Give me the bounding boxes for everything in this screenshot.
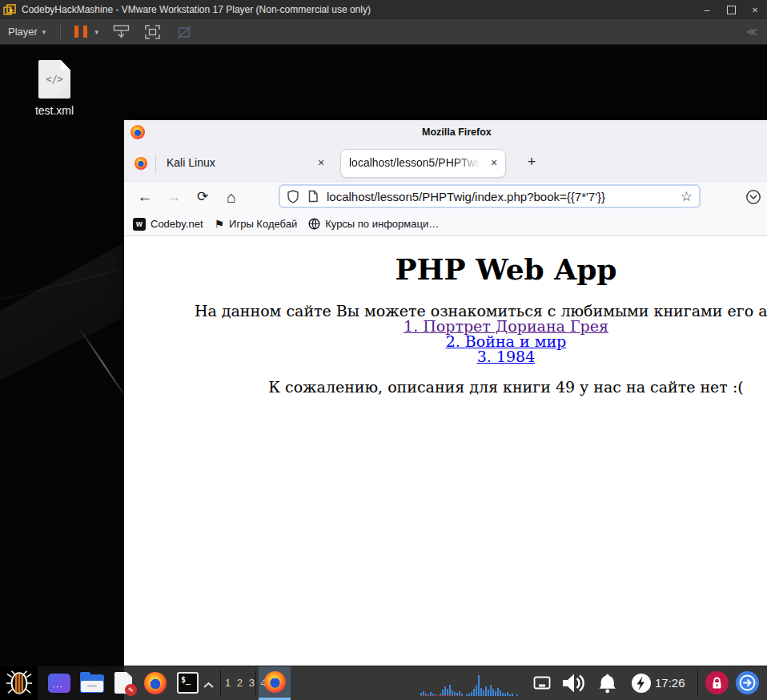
unity-mode-icon (175, 24, 192, 40)
system-monitor-graph[interactable] (420, 672, 527, 699)
bookmark-label: Codeby.net (151, 218, 203, 230)
shield-permissions-icon[interactable] (287, 190, 299, 203)
bookmark-star-icon[interactable]: ☆ (681, 188, 693, 205)
arrow-right-circle-icon (739, 674, 756, 691)
chevron-up-icon (203, 682, 215, 689)
tray-display[interactable] (533, 676, 551, 698)
pencil-badge-icon: ✎ (125, 684, 137, 696)
suspend-vm-button[interactable]: ▾ (74, 26, 98, 38)
fullscreen-button[interactable] (144, 24, 161, 40)
bookmark-codeby[interactable]: w Codeby.net (133, 218, 203, 231)
tray-notifications[interactable] (596, 673, 618, 695)
player-menu-label: Player (8, 26, 38, 38)
caret-down-icon: ▾ (42, 28, 46, 36)
bookmark-games[interactable]: ⚑ Игры Кодебай (215, 218, 298, 230)
url-bar[interactable]: localhost/lesson5/PHPTwig/index.php?book… (279, 184, 701, 208)
wallpaper-highlight (77, 325, 131, 404)
desktop-file-testxml[interactable]: </> test.xml (21, 60, 88, 117)
page-intro-and-links: На данном сайте Вы можете ознакомиться с… (124, 304, 767, 364)
dots-glyph: ··· (52, 682, 63, 691)
code-glyph: </> (38, 74, 70, 85)
app-window-icon: ··· (48, 674, 70, 693)
firefox-logo-icon (135, 157, 147, 170)
firefox-logo-icon (264, 671, 286, 693)
maximize-icon (727, 6, 736, 14)
bookmark-label: Игры Кодебай (229, 218, 297, 230)
player-menu[interactable]: Player ▾ (0, 19, 54, 44)
new-tab-button[interactable]: + (521, 152, 542, 173)
tab-localhost-active[interactable]: localhost/lesson5/PHPTwig/i × (340, 149, 506, 178)
vmware-titlebar: CodebyHackMashine - VMware Workstation 1… (0, 0, 767, 19)
firefox-logo-icon (131, 125, 145, 139)
codeby-logo-icon: w (133, 218, 146, 231)
taskbar: ··· ✎ $_ 1 2 3 4 (0, 666, 767, 700)
caret-down-icon: ▾ (94, 28, 98, 36)
firefox-titlebar[interactable]: Mozilla Firefox (124, 120, 767, 144)
tray-volume[interactable] (561, 673, 585, 695)
bookmark-courses[interactable]: Курсы по информаци… (308, 218, 439, 230)
tab-kali-linux[interactable]: Kali Linux × (156, 144, 339, 182)
logout-button[interactable] (736, 671, 759, 694)
pause-icon (83, 26, 87, 38)
back-button[interactable]: ← (134, 182, 156, 212)
web-page-content: PHP Web App На данном сайте Вы можете оз… (124, 236, 767, 700)
launcher-terminal[interactable]: $_ (177, 672, 199, 694)
navigation-toolbar: ← → ⟳ ⌂ localhost/lesson5/PHPTwig/index.… (124, 182, 767, 212)
taskbar-divider (697, 670, 698, 697)
desktop-file-label: test.xml (21, 104, 88, 117)
document-icon: ✎ (114, 672, 134, 694)
firefox-window: Mozilla Firefox Kali Linux × localhost/l… (124, 120, 767, 700)
close-tab-icon[interactable]: × (488, 156, 500, 169)
launcher-app-purple[interactable]: ··· (48, 672, 70, 694)
flag-icon: ⚑ (215, 219, 225, 230)
globe-icon (308, 218, 320, 230)
send-ctrl-alt-del-button[interactable] (113, 24, 130, 39)
screen-lock-button[interactable] (705, 671, 729, 694)
window-controls: – × (695, 0, 767, 19)
minimize-button[interactable]: – (695, 0, 719, 19)
kali-menu-icon (6, 670, 33, 697)
display-icon (533, 676, 551, 690)
taskbar-window-firefox[interactable] (259, 666, 291, 700)
bookmarks-toolbar: w Codeby.net ⚑ Игры Кодебай Курсы по инф… (124, 212, 767, 236)
url-text[interactable]: localhost/lesson5/PHPTwig/index.php?book… (327, 190, 673, 203)
taskbar-divider (220, 670, 221, 695)
vmware-window-title: CodebyHackMashine - VMware Workstation 1… (22, 4, 371, 15)
pocket-icon[interactable] (745, 189, 761, 208)
firefox-window-title: Mozilla Firefox (422, 127, 492, 138)
bell-icon (596, 673, 618, 694)
close-button[interactable]: × (743, 0, 767, 19)
book-link-3[interactable]: 3. 1984 (477, 348, 536, 365)
xml-file-icon: </> (38, 60, 70, 99)
page-info-icon[interactable] (307, 190, 319, 203)
tab-label: Kali Linux (167, 156, 215, 169)
speaker-icon (561, 673, 585, 694)
reload-button[interactable]: ⟳ (191, 182, 214, 212)
folder-icon (80, 674, 104, 693)
tray-power-manager[interactable] (631, 673, 652, 695)
taskbar-divider (255, 670, 256, 695)
unity-mode-button-disabled (175, 24, 192, 40)
applications-menu-button[interactable] (0, 666, 38, 700)
power-bolt-icon (631, 673, 652, 694)
pause-icon (74, 26, 78, 38)
send-keys-icon (113, 24, 130, 39)
launcher-expand-button[interactable] (203, 678, 215, 700)
collapse-toolbar-button[interactable]: ≪ (746, 26, 757, 38)
launcher-firefox[interactable] (144, 672, 167, 694)
book-not-found-message: К сожалению, описания для книги 49 у нас… (124, 380, 767, 395)
tab-bar: Kali Linux × localhost/lesson5/PHPTwig/i… (124, 144, 767, 182)
guest-desktop: </> test.xml Mozilla Firefox Kali Linux … (0, 44, 767, 700)
vmware-player-icon (3, 3, 17, 17)
tab-label: localhost/lesson5/PHPTwig/i (349, 156, 484, 169)
bookmark-label: Курсы по информаци… (325, 218, 439, 230)
launcher-text-editor[interactable]: ✎ (114, 672, 134, 694)
home-button[interactable]: ⌂ (220, 182, 243, 212)
close-tab-icon[interactable]: × (315, 156, 327, 169)
launcher-file-manager[interactable] (80, 672, 104, 694)
forward-button: → (163, 182, 185, 212)
page-title: PHP Web App (124, 252, 767, 286)
taskbar-clock[interactable]: 17:26 (655, 666, 685, 700)
maximize-button[interactable] (719, 0, 743, 19)
firefox-logo-icon (144, 672, 167, 694)
